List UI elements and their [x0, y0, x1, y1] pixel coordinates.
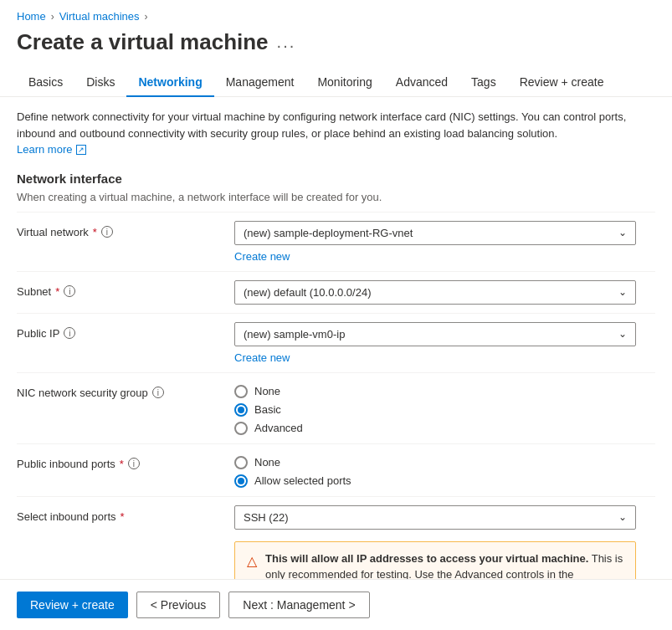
public-inbound-ports-info-icon[interactable]: i	[128, 458, 140, 469]
select-inbound-ports-required: *	[121, 510, 125, 523]
virtual-network-create-new[interactable]: Create new	[234, 250, 655, 263]
public-inbound-ports-radio-group: None Allow selected ports	[234, 453, 655, 488]
subnet-value: (new) default (10.0.0.0/24)	[244, 286, 371, 299]
virtual-network-required: *	[93, 226, 97, 238]
breadcrumb-home[interactable]: Home	[17, 10, 46, 23]
public-ip-row: Public IP i (new) sample-vm0-ip ⌄ Create…	[17, 313, 655, 372]
subnet-arrow: ⌄	[618, 286, 627, 298]
subnet-dropdown[interactable]: (new) default (10.0.0.0/24) ⌄	[234, 280, 636, 305]
page-title: Create a virtual machine	[17, 29, 269, 55]
public-inbound-ports-controls: None Allow selected ports	[234, 453, 655, 488]
nic-nsg-controls: None Basic Advanced	[234, 382, 655, 435]
select-inbound-ports-dropdown[interactable]: SSH (22) ⌄	[234, 505, 636, 530]
page-title-row: Create a virtual machine ...	[0, 26, 672, 69]
public-ip-controls: (new) sample-vm0-ip ⌄ Create new	[234, 322, 655, 364]
virtual-network-row: Virtual network * i (new) sample-deploym…	[17, 212, 655, 271]
subnet-label-col: Subnet * i	[17, 280, 234, 298]
nic-nsg-label: NIC network security group	[17, 387, 148, 399]
breadcrumb-vms[interactable]: Virtual machines	[59, 10, 140, 23]
virtual-network-arrow: ⌄	[618, 227, 627, 238]
form-area: Virtual network * i (new) sample-deploym…	[0, 212, 672, 631]
public-inbound-ports-required: *	[120, 458, 124, 470]
nic-nsg-basic-label: Basic	[254, 403, 281, 416]
select-inbound-ports-value: SSH (22)	[244, 511, 288, 524]
tab-bar: Basics Disks Networking Management Monit…	[0, 69, 672, 97]
nic-nsg-none-label: None	[254, 385, 280, 397]
select-inbound-ports-label-col: Select inbound ports *	[17, 505, 234, 523]
previous-button[interactable]: < Previous	[136, 592, 221, 618]
tab-networking[interactable]: Networking	[126, 69, 213, 97]
tab-disks[interactable]: Disks	[74, 69, 126, 97]
nic-nsg-advanced-radio[interactable]	[234, 422, 248, 435]
nic-nsg-none-radio[interactable]	[234, 385, 248, 398]
public-inbound-allow-label: Allow selected ports	[254, 474, 351, 487]
warning-bold-text: This will allow all IP addresses to acce…	[265, 552, 588, 565]
subnet-row: Subnet * i (new) default (10.0.0.0/24) ⌄	[17, 271, 655, 313]
virtual-network-controls: (new) sample-deployment-RG-vnet ⌄ Create…	[234, 221, 655, 263]
public-ip-label-col: Public IP i	[17, 322, 234, 340]
nic-nsg-radio-group: None Basic Advanced	[234, 382, 655, 435]
description-area: Define network connectivity for your vir…	[0, 97, 672, 163]
tab-basics[interactable]: Basics	[17, 69, 74, 97]
virtual-network-dropdown[interactable]: (new) sample-deployment-RG-vnet ⌄	[234, 221, 636, 245]
network-interface-title: Network interface	[0, 163, 672, 191]
breadcrumb: Home › Virtual machines ›	[0, 0, 672, 26]
learn-more-link[interactable]: Learn more	[17, 141, 86, 158]
review-create-button[interactable]: Review + create	[17, 592, 128, 618]
tab-advanced[interactable]: Advanced	[384, 69, 459, 97]
subnet-required: *	[55, 285, 59, 298]
nic-nsg-advanced-option[interactable]: Advanced	[234, 422, 655, 435]
virtual-network-label: Virtual network	[17, 226, 89, 238]
external-link-icon	[76, 145, 86, 155]
public-inbound-allow-option[interactable]: Allow selected ports	[234, 474, 655, 488]
select-inbound-ports-arrow: ⌄	[618, 511, 627, 523]
public-inbound-none-label: None	[254, 456, 280, 469]
subnet-info-icon[interactable]: i	[64, 285, 75, 297]
public-inbound-allow-radio[interactable]	[234, 474, 248, 488]
nic-nsg-basic-option[interactable]: Basic	[234, 403, 655, 417]
public-ip-dropdown[interactable]: (new) sample-vm0-ip ⌄	[234, 322, 636, 346]
network-interface-desc: When creating a virtual machine, a netwo…	[0, 191, 672, 212]
tab-review-create[interactable]: Review + create	[508, 69, 616, 97]
subnet-controls: (new) default (10.0.0.0/24) ⌄	[234, 280, 655, 305]
tab-tags[interactable]: Tags	[459, 69, 508, 97]
select-inbound-ports-label: Select inbound ports	[17, 510, 116, 523]
public-inbound-ports-label: Public inbound ports	[17, 458, 115, 470]
more-options-icon[interactable]: ...	[277, 33, 296, 52]
nic-nsg-advanced-label: Advanced	[254, 422, 303, 434]
nic-nsg-row: NIC network security group i None Basic	[17, 372, 655, 443]
nic-nsg-none-option[interactable]: None	[234, 385, 655, 398]
public-ip-label: Public IP	[17, 327, 59, 340]
footer: Review + create < Previous Next : Manage…	[0, 579, 672, 630]
breadcrumb-sep2: ›	[145, 11, 148, 23]
public-ip-info-icon[interactable]: i	[64, 327, 75, 339]
nic-nsg-label-col: NIC network security group i	[17, 382, 234, 399]
public-inbound-ports-label-col: Public inbound ports * i	[17, 453, 234, 470]
virtual-network-info-icon[interactable]: i	[101, 226, 113, 238]
nic-nsg-basic-radio[interactable]	[234, 403, 248, 417]
public-ip-create-new[interactable]: Create new	[234, 351, 655, 364]
public-ip-value: (new) sample-vm0-ip	[244, 328, 345, 341]
public-inbound-none-radio[interactable]	[234, 456, 248, 469]
description-text: Define network connectivity for your vir…	[17, 109, 655, 141]
virtual-network-label-col: Virtual network * i	[17, 221, 234, 238]
virtual-network-value: (new) sample-deployment-RG-vnet	[244, 227, 413, 239]
tab-monitoring[interactable]: Monitoring	[305, 69, 383, 97]
breadcrumb-sep1: ›	[51, 11, 54, 23]
public-inbound-none-option[interactable]: None	[234, 456, 655, 469]
next-button[interactable]: Next : Management >	[228, 592, 369, 618]
subnet-label: Subnet	[17, 285, 51, 298]
public-inbound-ports-row: Public inbound ports * i None Allow sele…	[17, 443, 655, 496]
nic-nsg-info-icon[interactable]: i	[152, 387, 164, 398]
tab-management[interactable]: Management	[214, 69, 306, 97]
public-ip-arrow: ⌄	[618, 328, 627, 340]
